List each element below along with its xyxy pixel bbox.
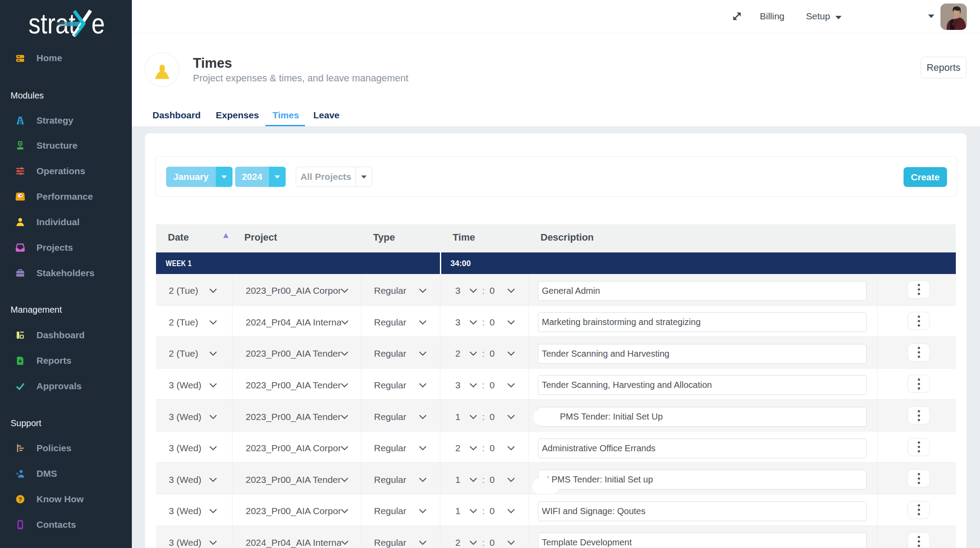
svg-text:e: e xyxy=(91,8,105,37)
svg-text:?: ? xyxy=(18,496,22,503)
